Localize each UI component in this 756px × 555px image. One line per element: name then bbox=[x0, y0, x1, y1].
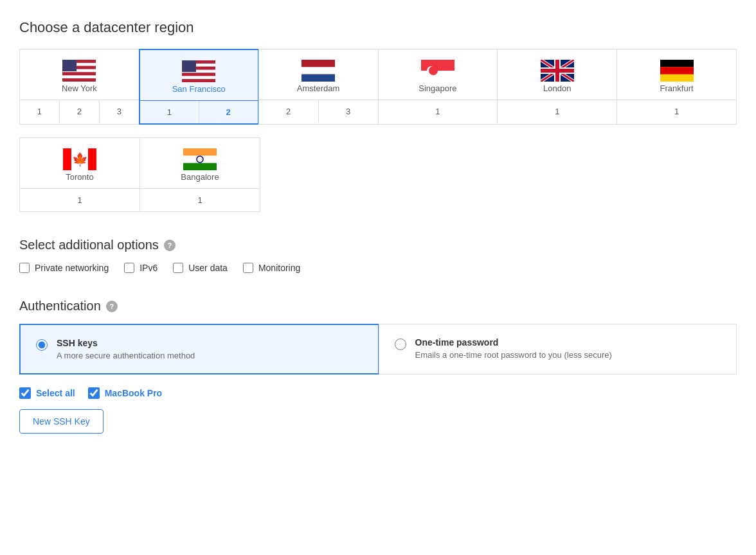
region-numbers-toronto: 1 bbox=[20, 189, 140, 211]
authentication-section: Authentication ? SSH keys A more secure … bbox=[19, 299, 737, 434]
region-numbers-amsterdam: 2 3 bbox=[259, 100, 378, 123]
regions-row-2: 🍁 Toronto 1 Bangalore 1 bbox=[19, 137, 737, 212]
auth-card-otp[interactable]: One-time password Emails a one-time root… bbox=[379, 324, 737, 374]
svg-text:🍁: 🍁 bbox=[72, 152, 88, 167]
regions-row-1: New York 1 2 3 San bbox=[19, 49, 737, 125]
flag-us-sf bbox=[182, 60, 215, 82]
region-num-am-3[interactable]: 3 bbox=[319, 100, 378, 123]
region-card-san-francisco[interactable]: San Francisco 1 2 bbox=[139, 49, 259, 125]
svg-rect-12 bbox=[182, 73, 215, 76]
option-ipv6[interactable]: IPv6 bbox=[124, 263, 158, 273]
svg-rect-13 bbox=[182, 76, 215, 79]
ipv6-checkbox[interactable] bbox=[124, 263, 134, 273]
region-num-sf-1[interactable]: 1 bbox=[140, 101, 199, 123]
auth-title-otp: One-time password bbox=[415, 337, 612, 348]
auth-options-container: SSH keys A more secure authentication me… bbox=[19, 324, 737, 374]
ipv6-label: IPv6 bbox=[140, 263, 158, 273]
private-networking-label: Private networking bbox=[35, 263, 109, 273]
region-numbers-new-york: 1 2 3 bbox=[20, 100, 139, 123]
svg-rect-40 bbox=[183, 148, 217, 155]
region-num-fra-1[interactable]: 1 bbox=[617, 100, 736, 123]
region-card-frankfurt[interactable]: Frankfurt 1 bbox=[616, 49, 737, 125]
region-num-sf-2[interactable]: 2 bbox=[199, 101, 258, 123]
page-title: Choose a datacenter region bbox=[19, 19, 737, 36]
option-monitoring[interactable]: Monitoring bbox=[243, 263, 300, 273]
region-num-ban-1[interactable]: 1 bbox=[140, 189, 260, 211]
macbook-pro-item[interactable]: MacBook Pro bbox=[88, 387, 162, 399]
private-networking-checkbox[interactable] bbox=[19, 263, 30, 273]
flag-uk bbox=[541, 60, 574, 82]
region-name-toronto: Toronto bbox=[28, 172, 132, 182]
region-card-singapore[interactable]: Singapore 1 bbox=[378, 49, 498, 125]
flag-us-new-york bbox=[62, 60, 96, 82]
region-num-ny-2[interactable]: 2 bbox=[60, 100, 100, 123]
region-name-san-francisco: San Francisco bbox=[148, 84, 250, 94]
region-name-singapore: Singapore bbox=[386, 84, 490, 93]
flag-ca: 🍁 bbox=[63, 148, 96, 170]
datacenter-region-section: New York 1 2 3 San bbox=[19, 49, 737, 212]
options-checkboxes-row: Private networking IPv6 User data Monito… bbox=[19, 263, 737, 273]
auth-radio-otp[interactable] bbox=[395, 339, 406, 350]
select-all-item[interactable]: Select all bbox=[19, 387, 75, 399]
option-private-networking[interactable]: Private networking bbox=[19, 263, 109, 273]
new-ssh-key-button[interactable]: New SSH Key bbox=[19, 409, 104, 434]
options-help-icon[interactable]: ? bbox=[164, 240, 176, 251]
svg-rect-33 bbox=[660, 60, 694, 67]
svg-rect-41 bbox=[183, 163, 217, 170]
auth-text-ssh: SSH keys A more secure authentication me… bbox=[57, 338, 195, 360]
monitoring-checkbox[interactable] bbox=[243, 263, 253, 273]
region-numbers-sf: 1 2 bbox=[140, 101, 258, 123]
select-all-label: Select all bbox=[36, 388, 75, 398]
region-card-london[interactable]: London 1 bbox=[497, 49, 617, 125]
auth-card-ssh[interactable]: SSH keys A more secure authentication me… bbox=[19, 324, 379, 374]
auth-desc-otp: Emails a one-time root password to you (… bbox=[415, 350, 612, 360]
macbook-pro-checkbox[interactable] bbox=[88, 387, 100, 399]
auth-text-otp: One-time password Emails a one-time root… bbox=[415, 337, 612, 360]
region-num-sg-1[interactable]: 1 bbox=[379, 100, 498, 123]
region-numbers-singapore: 1 bbox=[379, 100, 498, 123]
options-title: Select additional options bbox=[19, 238, 159, 252]
macbook-pro-label: MacBook Pro bbox=[105, 388, 162, 398]
select-all-checkbox[interactable] bbox=[19, 387, 31, 399]
svg-rect-31 bbox=[541, 69, 574, 73]
additional-options-section: Select additional options ? Private netw… bbox=[19, 238, 737, 273]
auth-title-ssh: SSH keys bbox=[57, 338, 195, 348]
region-num-am-2[interactable]: 2 bbox=[259, 100, 319, 123]
svg-rect-18 bbox=[302, 75, 335, 82]
auth-section-header: Authentication ? bbox=[19, 299, 737, 313]
svg-rect-4 bbox=[62, 72, 96, 75]
region-num-lon-1[interactable]: 1 bbox=[498, 100, 616, 123]
auth-radio-ssh[interactable] bbox=[36, 339, 48, 351]
svg-rect-5 bbox=[62, 75, 96, 78]
svg-rect-37 bbox=[88, 148, 96, 170]
flag-in bbox=[183, 148, 217, 170]
region-card-toronto[interactable]: 🍁 Toronto 1 bbox=[19, 137, 140, 212]
ssh-keys-section: Select all MacBook Pro New SSH Key bbox=[19, 387, 737, 434]
region-name-bangalore: Bangalore bbox=[148, 172, 252, 182]
region-num-tor-1[interactable]: 1 bbox=[20, 189, 140, 211]
region-name-amsterdam: Amsterdam bbox=[267, 84, 370, 93]
region-num-ny-1[interactable]: 1 bbox=[20, 100, 60, 123]
region-card-amsterdam[interactable]: Amsterdam 2 3 bbox=[258, 49, 379, 125]
svg-rect-34 bbox=[660, 67, 694, 74]
svg-rect-14 bbox=[182, 79, 215, 82]
svg-rect-17 bbox=[302, 67, 335, 74]
flag-de bbox=[660, 60, 694, 82]
svg-rect-6 bbox=[62, 78, 96, 82]
region-num-ny-3[interactable]: 3 bbox=[100, 100, 139, 123]
region-name-london: London bbox=[505, 84, 609, 93]
region-name-frankfurt: Frankfurt bbox=[625, 84, 728, 93]
options-section-header: Select additional options ? bbox=[19, 238, 737, 252]
monitoring-label: Monitoring bbox=[258, 263, 300, 273]
svg-rect-7 bbox=[62, 60, 76, 71]
region-card-new-york[interactable]: New York 1 2 3 bbox=[19, 49, 140, 125]
auth-desc-ssh: A more secure authentication method bbox=[57, 351, 195, 360]
option-user-data[interactable]: User data bbox=[173, 263, 228, 273]
region-card-bangalore[interactable]: Bangalore 1 bbox=[140, 137, 260, 212]
region-numbers-bangalore: 1 bbox=[140, 189, 260, 211]
svg-rect-36 bbox=[63, 148, 71, 170]
user-data-checkbox[interactable] bbox=[173, 263, 183, 273]
auth-help-icon[interactable]: ? bbox=[106, 301, 118, 312]
svg-rect-20 bbox=[421, 71, 455, 82]
svg-point-22 bbox=[429, 66, 438, 75]
